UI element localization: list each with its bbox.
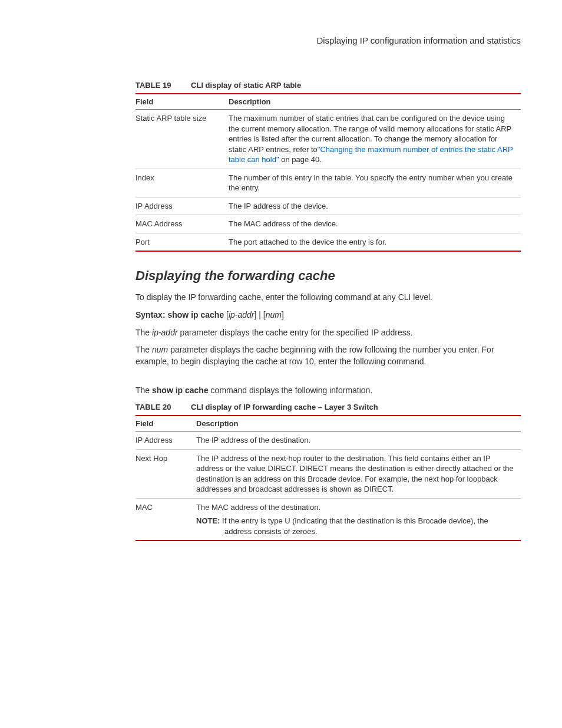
table19-header-description: Description: [229, 94, 521, 110]
table-row: MAC Address The MAC address of the devic…: [135, 215, 521, 233]
follows-text: The show ip cache command displays the f…: [135, 385, 521, 397]
table20-row2-desc: The MAC address of the destination. NOTE…: [196, 498, 521, 541]
table20-header-description: Description: [196, 416, 521, 431]
table19-row1-desc: The number of this entry in the table. Y…: [229, 169, 521, 197]
table19-row4-desc: The port attached to the device the entr…: [229, 233, 521, 251]
table19: Field Description Static ARP table size …: [135, 93, 521, 252]
table20-row0-field: IP Address: [135, 431, 196, 450]
table19-row0-field: Static ARP table size: [135, 110, 229, 169]
table20-header-field: Field: [135, 416, 196, 431]
table20-row1-desc: The IP address of the next-hop router to…: [196, 449, 521, 498]
table19-header-field: Field: [135, 94, 229, 110]
table19-caption: TABLE 19 CLI display of static ARP table: [135, 81, 521, 90]
table-row: Index The number of this entry in the ta…: [135, 169, 521, 197]
param2-text: The num parameter displays the cache beg…: [135, 344, 521, 367]
table19-row1-field: Index: [135, 169, 229, 197]
table-row: Next Hop The IP address of the next-hop …: [135, 449, 521, 498]
table20: Field Description IP Address The IP addr…: [135, 415, 521, 541]
section-heading: Displaying the forwarding cache: [135, 268, 521, 284]
header-title: Displaying IP configuration information …: [316, 35, 521, 45]
page-header: Displaying IP configuration information …: [35, 35, 521, 45]
section-intro: To display the IP forwarding cache, ente…: [135, 292, 521, 304]
table-row: IP Address The IP address of the device.: [135, 197, 521, 215]
table19-row3-desc: The MAC address of the device.: [229, 215, 521, 233]
table20-row2-field: MAC: [135, 498, 196, 541]
table19-row2-desc: The IP address of the device.: [229, 197, 521, 215]
main-content: TABLE 19 CLI display of static ARP table…: [135, 81, 521, 541]
table20-row0-desc: The IP address of the destination.: [196, 431, 521, 450]
table20-row2-note: NOTE: If the entry is type U (indicating…: [196, 516, 516, 536]
table19-row4-field: Port: [135, 233, 229, 251]
table20-number: TABLE 20: [135, 403, 171, 411]
table20-caption: TABLE 20 CLI display of IP forwarding ca…: [135, 403, 521, 411]
table19-number: TABLE 19: [135, 81, 171, 90]
syntax-label: Syntax:: [135, 310, 167, 319]
table-row: IP Address The IP address of the destina…: [135, 431, 521, 450]
syntax-line: Syntax: show ip cache [ip-addr] | [num]: [135, 309, 521, 321]
table-row: Port The port attached to the device the…: [135, 233, 521, 251]
table19-row2-field: IP Address: [135, 197, 229, 215]
table-row: MAC The MAC address of the destination. …: [135, 498, 521, 541]
table20-row1-field: Next Hop: [135, 449, 196, 498]
table-row: Static ARP table size The maximum number…: [135, 110, 521, 169]
param1-text: The ip-addr parameter displays the cache…: [135, 327, 521, 339]
table20-title: CLI display of IP forwarding cache – Lay…: [191, 403, 378, 411]
note-label: NOTE:: [196, 516, 222, 525]
table19-row0-desc: The maximum number of static entries tha…: [229, 110, 521, 169]
table19-title: CLI display of static ARP table: [191, 81, 301, 90]
table19-row3-field: MAC Address: [135, 215, 229, 233]
syntax-command: show ip cache: [167, 310, 224, 319]
